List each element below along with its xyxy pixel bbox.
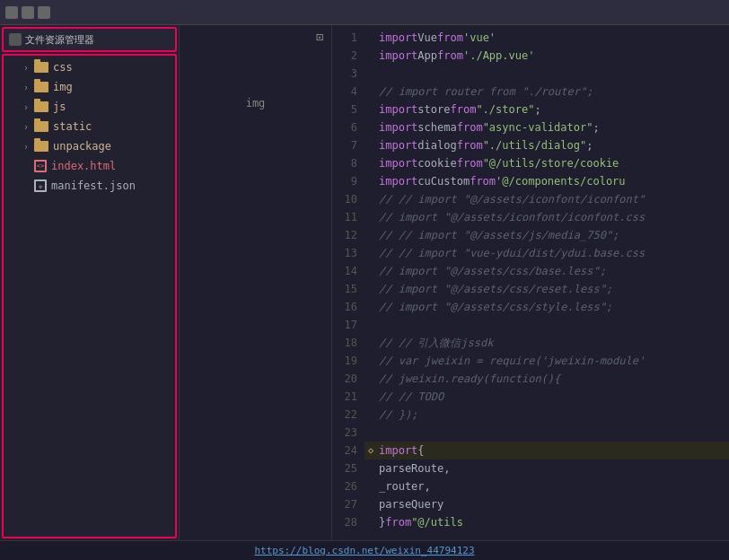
code-line-13: // // import "vue-ydui/dist/ydui.base.cs…: [364, 244, 729, 262]
tree-label-static: static: [53, 120, 92, 133]
middle-panel: ⊡ img: [180, 25, 332, 540]
file-tree: › css › img › js › static: [2, 54, 177, 538]
chevron-icon-img: ›: [20, 83, 32, 92]
code-line-28: } from "@/utils: [364, 513, 729, 531]
tree-item-index-html[interactable]: <> index.html: [4, 156, 175, 176]
tree-item-unpackage[interactable]: › unpackage: [4, 136, 175, 156]
code-line-7: import dialog from "./utils/dialog";: [364, 136, 729, 154]
app-icon-3: [38, 6, 50, 19]
main-layout: 文件资源管理器 › css › img › js ›: [0, 25, 729, 540]
tree-item-img[interactable]: › img: [4, 77, 175, 97]
code-line-16: // import "@/assets/css/style.less";: [364, 298, 729, 316]
tree-label-js: js: [53, 101, 66, 113]
img-preview-label: img: [246, 97, 266, 109]
sidebar: 文件资源管理器 › css › img › js ›: [0, 25, 180, 540]
code-line-3: [364, 65, 729, 83]
sidebar-header-title: 文件资源管理器: [25, 33, 94, 47]
code-line-4: // import router from "./router";: [364, 83, 729, 101]
code-content: 1234567891011121314151617181920212223242…: [332, 25, 729, 540]
code-line-19: // var jweixin = require('jweixin-module…: [364, 352, 729, 370]
code-line-20: // jweixin.ready(function(){: [364, 370, 729, 388]
tree-label-img: img: [53, 81, 73, 93]
code-line-23: [364, 424, 729, 442]
middle-toolbar-btn[interactable]: ⊡: [312, 29, 328, 45]
tree-item-static[interactable]: › static: [4, 117, 175, 136]
code-line-14: // import "@/assets/css/base.less";: [364, 262, 729, 280]
code-line-12: // // import "@/assets/js/media_750";: [364, 226, 729, 244]
tree-label-unpackage: unpackage: [53, 140, 111, 153]
folder-icon-js: [34, 101, 48, 112]
file-icon-json: ⚙: [34, 179, 47, 192]
folder-icon-static: [34, 121, 48, 132]
sidebar-header: 文件资源管理器: [2, 27, 177, 52]
status-url[interactable]: https://blog.csdn.net/weixin_44794123: [254, 545, 474, 556]
code-line-22: // });: [364, 406, 729, 424]
code-line-9: import cuCustom from '@/components/color…: [364, 172, 729, 190]
code-line-15: // import "@/assets/css/reset.less";: [364, 280, 729, 298]
tree-label-css: css: [53, 61, 73, 74]
chevron-icon-css: ›: [20, 63, 32, 73]
code-line-21: // // TODO: [364, 388, 729, 406]
folder-icon-css: [34, 62, 48, 73]
code-line-11: // import "@/assets/iconfont/iconfont.cs…: [364, 208, 729, 226]
chevron-icon-js: ›: [20, 102, 32, 112]
middle-toolbar: ⊡: [308, 25, 331, 48]
code-line-25: parseRoute,: [364, 459, 729, 477]
code-line-5: import store from "./store";: [364, 101, 729, 118]
file-icon-html: <>: [34, 160, 47, 172]
top-bar: [0, 0, 729, 25]
code-line-10: // // import "@/assets/iconfont/iconfont…: [364, 190, 729, 208]
chevron-icon-static: ›: [20, 122, 32, 132]
code-line-1: import Vue from 'vue': [364, 29, 729, 47]
line-numbers: 1234567891011121314151617181920212223242…: [332, 25, 364, 540]
status-bar: https://blog.csdn.net/weixin_44794123: [0, 540, 729, 560]
code-lines[interactable]: import Vue from 'vue' import App from '.…: [364, 25, 729, 540]
tree-label-index-html: index.html: [51, 160, 116, 172]
code-line-8: import cookie from "@/utils/store/cookie: [364, 154, 729, 172]
tree-item-manifest-json[interactable]: ⚙ manifest.json: [4, 176, 175, 196]
app-icon-2: [22, 6, 34, 19]
code-editor: 1234567891011121314151617181920212223242…: [332, 25, 729, 540]
code-line-6: import schema from "async-validator";: [364, 118, 729, 136]
code-line-26: _router,: [364, 477, 729, 495]
tree-item-css[interactable]: › css: [4, 57, 175, 77]
code-line-17: [364, 316, 729, 334]
folder-icon-img: [34, 82, 48, 92]
code-line-24: ◇import {: [364, 442, 729, 459]
tree-item-js[interactable]: › js: [4, 97, 175, 117]
code-line-27: parseQuery: [364, 495, 729, 513]
code-line-18: // // 引入微信jssdk: [364, 334, 729, 352]
app-icon-1: [5, 6, 18, 19]
tree-label-manifest-json: manifest.json: [51, 179, 136, 192]
code-line-2: import App from './App.vue': [364, 47, 729, 65]
sidebar-header-icon: [9, 33, 22, 46]
chevron-icon-unpackage: ›: [20, 142, 32, 152]
folder-icon-unpackage: [34, 141, 48, 152]
